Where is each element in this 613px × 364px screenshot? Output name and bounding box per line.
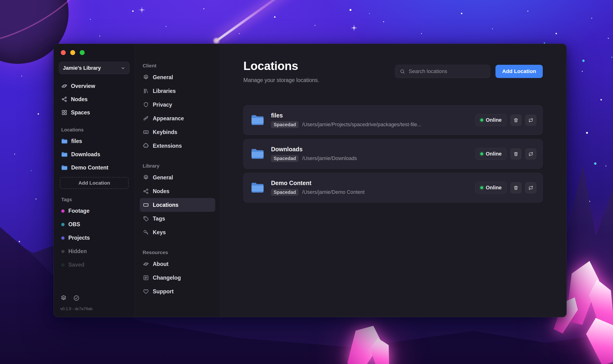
add-location-button[interactable]: Add Location: [495, 65, 543, 78]
minimize-window-button[interactable]: [70, 50, 75, 55]
settings-item-tags[interactable]: Tags: [140, 212, 215, 225]
folder-icon: [251, 182, 264, 193]
locations-page: Locations Manage your storage locations.…: [220, 44, 566, 317]
settings-item-support[interactable]: Support: [140, 285, 215, 298]
library-selector[interactable]: Jamie's Library: [59, 62, 130, 74]
delete-location-button[interactable]: [510, 148, 521, 159]
settings-item-changelog[interactable]: Changelog: [140, 271, 215, 285]
sidebar-item-label: Nodes: [71, 96, 88, 103]
sidebar-tag-footage[interactable]: Footage: [59, 204, 130, 218]
delete-location-button[interactable]: [510, 115, 521, 126]
rescan-location-button[interactable]: [525, 148, 536, 159]
sidebar-location-label: files: [71, 138, 82, 144]
settings-section-resources: Resources: [143, 250, 215, 255]
settings-nav: Client General Libraries Privacy Appeara…: [135, 44, 220, 317]
settings-item-about[interactable]: About: [140, 257, 215, 271]
settings-item-label: Libraries: [153, 88, 176, 94]
sidebar-location-label: Demo Content: [71, 165, 108, 171]
sidebar-location-demo-content[interactable]: Demo Content: [59, 161, 130, 174]
crystal-decoration: [343, 322, 395, 364]
settings-item-label: Changelog: [153, 275, 181, 281]
location-card-files[interactable]: files Spacedad /Users/jamie/Projects/spa…: [243, 105, 543, 135]
node-badge: Spacedad: [271, 155, 298, 162]
app-version: v0.1.0 - dc7a76ab: [60, 307, 130, 311]
sidebar-item-overview[interactable]: Overview: [59, 79, 130, 93]
settings-item-label: Extensions: [153, 143, 182, 149]
location-name: Downloads: [271, 146, 357, 153]
settings-item-label: Keys: [153, 229, 166, 236]
delete-location-button[interactable]: [510, 182, 521, 193]
settings-item-label: General: [153, 174, 173, 181]
location-path: /Users/jamie/Projects/spacedrive/package…: [302, 122, 421, 128]
settings-item-label: General: [153, 74, 173, 81]
settings-item-privacy[interactable]: Privacy: [140, 98, 215, 112]
nodes-icon: [61, 96, 67, 102]
settings-item-label: Privacy: [153, 102, 172, 108]
sidebar-tag-saved[interactable]: Saved: [59, 258, 130, 272]
libraries-icon: [143, 88, 149, 94]
tag-label: Hidden: [68, 248, 87, 255]
location-actions: Online: [475, 114, 536, 126]
sparkle-decoration: [354, 25, 355, 31]
folder-icon: [61, 139, 68, 144]
settings-item-label: Appearance: [153, 115, 184, 122]
window-controls: [59, 50, 130, 55]
sidebar-location-label: Downloads: [71, 151, 100, 158]
sidebar-item-nodes[interactable]: Nodes: [59, 93, 130, 106]
settings-item-appearance[interactable]: Appearance: [140, 112, 215, 125]
sparkle-decoration: [141, 7, 142, 13]
check-circle-icon[interactable]: [73, 295, 80, 301]
settings-item-label: Tags: [153, 216, 165, 222]
online-dot: [480, 186, 483, 189]
settings-item-keybinds[interactable]: Keybinds: [140, 125, 215, 139]
comet-decoration: [216, 0, 325, 42]
crystal-decoration: [589, 317, 613, 364]
status-label: Online: [486, 151, 502, 157]
settings-item-libraries[interactable]: Libraries: [140, 84, 215, 98]
folder-icon: [251, 114, 264, 126]
node-badge: Spacedad: [271, 189, 298, 196]
status-badge: Online: [475, 148, 506, 160]
tag-label: Saved: [68, 262, 84, 268]
status-badge: Online: [475, 114, 506, 126]
settings-item-keys[interactable]: Keys: [140, 225, 215, 239]
gear-icon: [143, 174, 149, 181]
sync-icon: [528, 117, 533, 123]
sidebar-tag-projects[interactable]: Projects: [59, 231, 130, 245]
page-title: Locations: [243, 59, 319, 73]
settings-item-label: Nodes: [153, 188, 169, 195]
sidebar-add-location-button[interactable]: Add Location: [60, 177, 129, 189]
settings-item-library-nodes[interactable]: Nodes: [140, 184, 215, 198]
sidebar-location-files[interactable]: files: [59, 134, 130, 148]
globe-icon: [143, 261, 149, 267]
tag-dot: [61, 250, 65, 253]
puzzle-icon: [143, 143, 149, 149]
rescan-location-button[interactable]: [525, 182, 536, 193]
close-window-button[interactable]: [61, 50, 66, 55]
sidebar-tag-hidden[interactable]: Hidden: [59, 245, 130, 258]
settings-item-extensions[interactable]: Extensions: [140, 139, 215, 153]
tags-section-header: Tags: [61, 197, 130, 202]
settings-item-locations[interactable]: Locations: [140, 198, 215, 212]
online-dot: [480, 119, 483, 121]
page-subtitle: Manage your storage locations.: [243, 77, 319, 83]
location-card-demo-content[interactable]: Demo Content Spacedad /Users/jamie/Demo …: [243, 173, 543, 203]
trash-icon: [513, 117, 519, 123]
sidebar-location-downloads[interactable]: Downloads: [59, 148, 130, 161]
trash-icon: [513, 151, 519, 157]
tag-dot: [61, 263, 65, 267]
search-input[interactable]: [409, 68, 486, 75]
heart-icon: [143, 288, 149, 295]
gear-icon: [143, 74, 149, 80]
sidebar-nav: Overview Nodes Spaces: [59, 79, 130, 119]
location-card-downloads[interactable]: Downloads Spacedad /Users/jamie/Download…: [243, 139, 543, 169]
settings-item-client-general[interactable]: General: [140, 70, 215, 84]
library-name: Jamie's Library: [63, 65, 101, 71]
sidebar-tag-obs[interactable]: OBS: [59, 218, 130, 231]
zoom-window-button[interactable]: [80, 50, 85, 55]
settings-gear-icon[interactable]: [60, 295, 67, 301]
search-icon: [400, 68, 405, 75]
rescan-location-button[interactable]: [525, 115, 536, 126]
sidebar-item-spaces[interactable]: Spaces: [59, 106, 130, 119]
settings-item-library-general[interactable]: General: [140, 171, 215, 184]
